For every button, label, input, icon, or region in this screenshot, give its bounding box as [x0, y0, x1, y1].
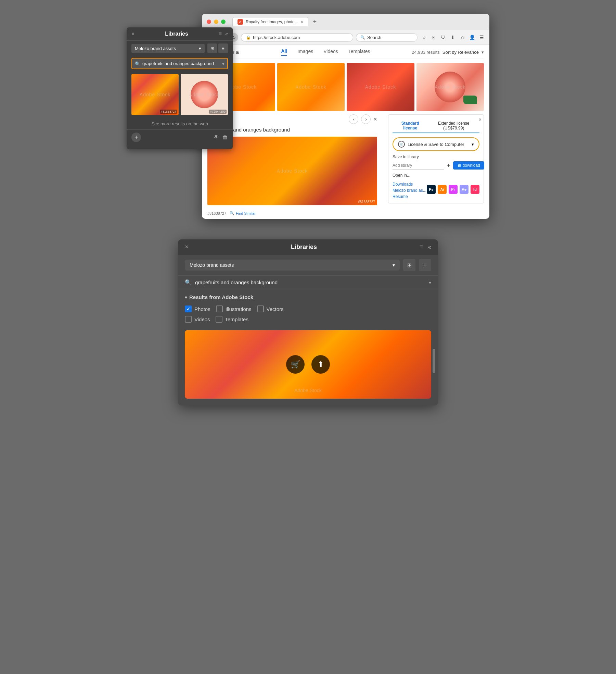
- license-tabs: Standard license Extended license (US$79…: [393, 119, 479, 133]
- standard-license-tab[interactable]: Standard license: [393, 119, 428, 133]
- tab-close-icon[interactable]: ×: [301, 20, 303, 24]
- scrollbar[interactable]: [433, 349, 435, 373]
- delete-icon-button[interactable]: 🗑: [222, 134, 228, 140]
- view-buttons: ⊞ ≡: [207, 43, 228, 53]
- panel-image-2-bg: Adobe Stock: [181, 74, 228, 115]
- grid-view-button[interactable]: ⊞: [207, 43, 217, 53]
- bottom-list-view-button[interactable]: ≡: [419, 259, 431, 271]
- search-chevron-icon[interactable]: ▾: [222, 61, 224, 66]
- find-similar-button[interactable]: 🔍 Find Similar: [230, 211, 256, 215]
- grid-image-4[interactable]: Adobe Stock: [416, 63, 484, 111]
- detail-close-button[interactable]: ×: [373, 114, 377, 124]
- tab-images[interactable]: Images: [297, 48, 313, 56]
- sort-button[interactable]: Sort by Relevance: [442, 50, 479, 55]
- bottom-collapse-button[interactable]: «: [428, 244, 431, 251]
- download-button[interactable]: ⬇: [449, 34, 457, 41]
- results-chevron-icon[interactable]: ▾: [185, 295, 187, 300]
- monitor-icon: 🖥: [457, 163, 461, 168]
- tab-videos[interactable]: Videos: [323, 48, 338, 56]
- browser-titlebar: A Royalty free images, photo... × +: [202, 14, 489, 30]
- see-more-button[interactable]: See more results on the web: [151, 121, 208, 126]
- bottom-panel-title: Libraries: [291, 244, 317, 251]
- download-button[interactable]: 🖥 download: [453, 161, 484, 170]
- vectors-checkbox[interactable]: [257, 305, 264, 312]
- videos-checkbox[interactable]: [185, 316, 192, 323]
- open-in-label: Open in...: [393, 173, 479, 178]
- plus-icon[interactable]: +: [447, 162, 450, 169]
- filter-row-1: Photos Illustrations Vectors: [185, 305, 431, 312]
- grid-image-3[interactable]: Adobe Stock: [347, 63, 414, 111]
- bottom-grid-view-button[interactable]: ⊞: [403, 259, 415, 271]
- photos-label: Photos: [194, 306, 210, 312]
- illustrations-checkbox[interactable]: [216, 305, 223, 312]
- bottom-upload-button[interactable]: ⬆: [311, 355, 330, 374]
- screenshots-button[interactable]: ⊡: [430, 34, 437, 41]
- eye-icon-button[interactable]: 👁: [214, 134, 219, 140]
- search-icon: 🔍: [135, 61, 140, 66]
- tab-all[interactable]: All: [281, 48, 287, 56]
- panel-collapse-button[interactable]: «: [225, 31, 228, 37]
- bottom-library-select[interactable]: Melozo brand assets ▾: [185, 260, 400, 271]
- browser-dot-green[interactable]: [221, 20, 226, 24]
- open-in-row: Downloads Melozo brand as... Resume Ps A…: [393, 180, 479, 199]
- detail-section: ‹ › × grapefruits and oranges background…: [207, 114, 484, 215]
- shield-button[interactable]: 🛡: [439, 34, 447, 41]
- bottom-image-preview: 🛒 ⬆ Adobe Stock: [185, 330, 431, 399]
- browser-tab[interactable]: A Royalty free images, photo... ×: [232, 17, 308, 26]
- add-button[interactable]: +: [131, 133, 141, 142]
- bottom-menu-button[interactable]: ≡: [419, 244, 423, 251]
- bottom-image-overlay: 🛒 ⬆: [185, 330, 431, 399]
- account-button[interactable]: 👤: [468, 34, 476, 41]
- panel-footer: + 👁 🗑: [127, 129, 233, 145]
- detail-images: Adobe Stock #81638727: [207, 137, 377, 205]
- detail-next-button[interactable]: ›: [361, 114, 371, 124]
- license-save-button[interactable]: 🛒 License & Save to Computer ▾: [393, 137, 479, 151]
- watermark-1: Adobe Stock: [140, 92, 170, 97]
- templates-filter: Templates: [216, 316, 248, 323]
- vectors-filter: Vectors: [257, 305, 284, 312]
- extended-license-tab[interactable]: Extended license (US$79.99): [428, 119, 479, 133]
- stock-content: 🔍 Filter ⊞ All Images Videos Templates 2…: [202, 45, 489, 219]
- libraries-panel: × Libraries ≡ « Melozo brand assets ▾ ⊞ …: [127, 27, 233, 149]
- new-tab-button[interactable]: +: [311, 18, 319, 26]
- bottom-close-button[interactable]: ×: [185, 244, 189, 251]
- melozo-link[interactable]: Melozo brand as...: [393, 188, 426, 193]
- url-bar[interactable]: 🔒 https://stock.adobe.com: [241, 33, 353, 42]
- templates-checkbox[interactable]: [216, 316, 222, 323]
- browser-search-bar[interactable]: 🔍 Search: [356, 33, 418, 42]
- grid-image-2[interactable]: Adobe Stock: [277, 63, 345, 111]
- image-grid: Adobe Stock Adobe Stock Adobe Stock: [207, 63, 484, 111]
- photoshop-icon[interactable]: Ps: [427, 185, 436, 194]
- resume-link[interactable]: Resume: [393, 194, 426, 199]
- detail-main-image[interactable]: Adobe Stock #81638727: [207, 137, 377, 205]
- aftereffects-icon[interactable]: Ae: [460, 185, 469, 194]
- stock-tabs: All Images Videos Templates: [250, 48, 401, 56]
- detail-prev-button[interactable]: ‹: [349, 114, 358, 124]
- browser-dot-yellow[interactable]: [214, 20, 218, 24]
- home-button[interactable]: ⌂: [459, 34, 466, 41]
- tab-templates[interactable]: Templates: [348, 48, 370, 56]
- bottom-search-chevron-icon[interactable]: ▾: [429, 280, 431, 285]
- search-icon-small: 🔍: [230, 211, 234, 215]
- results-title: Results from Adobe Stock: [189, 294, 253, 300]
- library-select[interactable]: Melozo brand assets ▾: [131, 44, 205, 53]
- downloads-link[interactable]: Downloads: [393, 182, 426, 187]
- panel-close-button[interactable]: ×: [131, 31, 134, 37]
- panel-image-2[interactable]: Adobe Stock #72944209: [181, 74, 228, 115]
- bookmark-button[interactable]: ☆: [420, 34, 428, 41]
- panel-search-input[interactable]: [131, 58, 228, 69]
- panel-menu-button[interactable]: ≡: [219, 31, 222, 37]
- panel-image-1[interactable]: Adobe Stock #81638727: [131, 74, 179, 115]
- photos-checkbox[interactable]: [185, 305, 192, 312]
- premiere-icon[interactable]: Pr: [449, 185, 458, 194]
- add-library-input[interactable]: [393, 162, 444, 170]
- browser-dot-red[interactable]: [207, 20, 211, 24]
- indesign-icon[interactable]: Id: [471, 185, 479, 194]
- illustrator-icon[interactable]: Ai: [438, 185, 447, 194]
- bottom-cart-button[interactable]: 🛒: [286, 355, 305, 374]
- list-view-button[interactable]: ≡: [218, 43, 228, 53]
- browser-search-text: Search: [367, 35, 381, 40]
- license-close-button[interactable]: ×: [479, 117, 482, 122]
- menu-button[interactable]: ☰: [478, 34, 485, 41]
- tab-title: Royalty free images, photo...: [246, 20, 298, 24]
